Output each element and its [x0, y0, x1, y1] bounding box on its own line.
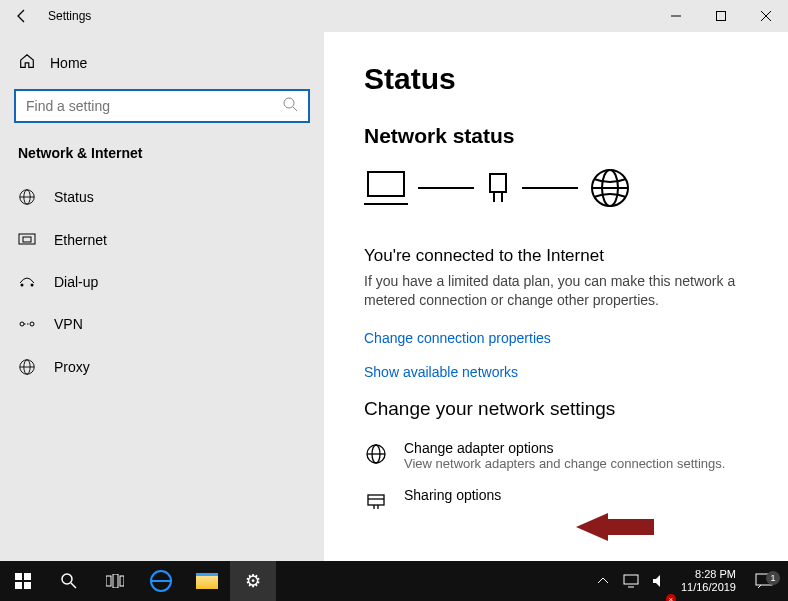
- sidebar-item-proxy[interactable]: Proxy: [0, 345, 324, 389]
- tray-overflow-button[interactable]: [589, 561, 617, 601]
- change-connection-properties-link[interactable]: Change connection properties: [364, 330, 764, 346]
- svg-rect-28: [368, 495, 384, 505]
- computer-icon: [364, 168, 408, 208]
- svg-point-37: [62, 574, 72, 584]
- sidebar-item-label: Proxy: [54, 359, 90, 375]
- action-center-button[interactable]: 1: [744, 573, 784, 589]
- folder-icon: [196, 573, 218, 589]
- page-title: Status: [364, 62, 764, 96]
- minimize-button[interactable]: [653, 0, 698, 32]
- connection-status-desc: If you have a limited data plan, you can…: [364, 272, 744, 310]
- sidebar-item-label: VPN: [54, 316, 83, 332]
- svg-rect-35: [15, 582, 22, 589]
- network-status-heading: Network status: [364, 124, 764, 148]
- router-icon: [484, 168, 512, 208]
- taskbar-clock[interactable]: 8:28 PM 11/16/2019: [673, 568, 744, 593]
- close-button[interactable]: [743, 0, 788, 32]
- sidebar-item-ethernet[interactable]: Ethernet: [0, 219, 324, 261]
- internet-explorer-taskbar[interactable]: [138, 561, 184, 601]
- svg-rect-42: [624, 575, 638, 584]
- sidebar-item-dialup[interactable]: Dial-up: [0, 261, 324, 303]
- maximize-button[interactable]: [698, 0, 743, 32]
- sidebar: Home Network & Internet Status Ethernet …: [0, 32, 324, 561]
- svg-line-38: [71, 583, 76, 588]
- search-box[interactable]: [14, 89, 310, 123]
- taskbar: ⚙ 8:28 PM 11/16/2019 1: [0, 561, 788, 601]
- svg-rect-33: [15, 573, 22, 580]
- adapter-option-desc: View network adapters and change connect…: [404, 456, 725, 471]
- search-taskbar-button[interactable]: [46, 561, 92, 601]
- svg-point-10: [31, 284, 34, 287]
- content-pane: Status Network status You're connected t…: [324, 32, 788, 561]
- sharing-option[interactable]: Sharing options: [364, 487, 764, 517]
- sharing-icon: [364, 487, 388, 517]
- svg-rect-36: [24, 582, 31, 589]
- internet-globe-icon: [588, 166, 632, 210]
- globe-icon: [18, 358, 36, 376]
- window-title: Settings: [44, 9, 653, 23]
- start-button[interactable]: [0, 561, 46, 601]
- gear-icon: ⚙: [245, 570, 261, 592]
- svg-line-3: [293, 107, 297, 111]
- svg-point-12: [30, 322, 34, 326]
- sidebar-item-label: Status: [54, 189, 94, 205]
- svg-rect-17: [368, 172, 404, 196]
- back-button[interactable]: [0, 0, 44, 32]
- svg-rect-34: [24, 573, 31, 580]
- sidebar-item-status[interactable]: Status: [0, 175, 324, 219]
- file-explorer-taskbar[interactable]: [184, 561, 230, 601]
- home-nav[interactable]: Home: [0, 46, 324, 89]
- settings-taskbar[interactable]: ⚙: [230, 561, 276, 601]
- search-input[interactable]: [26, 98, 282, 114]
- category-heading: Network & Internet: [0, 145, 324, 175]
- sidebar-item-label: Ethernet: [54, 232, 107, 248]
- svg-rect-1: [716, 12, 725, 21]
- svg-marker-32: [576, 513, 654, 541]
- search-icon: [282, 96, 298, 116]
- clock-date: 11/16/2019: [681, 581, 736, 594]
- svg-marker-44: [653, 575, 660, 587]
- sidebar-item-vpn[interactable]: VPN: [0, 303, 324, 345]
- globe-icon: [18, 188, 36, 206]
- change-network-settings-heading: Change your network settings: [364, 398, 764, 420]
- svg-rect-40: [113, 574, 118, 588]
- dialup-icon: [18, 275, 36, 289]
- svg-rect-8: [23, 237, 31, 242]
- network-diagram: [364, 166, 764, 210]
- svg-point-11: [20, 322, 24, 326]
- home-icon: [18, 52, 36, 73]
- svg-rect-41: [120, 576, 124, 586]
- home-label: Home: [50, 55, 87, 71]
- vpn-icon: [18, 317, 36, 331]
- svg-rect-39: [106, 576, 111, 586]
- title-bar: Settings: [0, 0, 788, 32]
- adapter-option-title: Change adapter options: [404, 440, 725, 456]
- network-tray-icon[interactable]: [617, 561, 645, 601]
- sharing-option-title: Sharing options: [404, 487, 501, 503]
- svg-point-9: [21, 284, 24, 287]
- svg-point-2: [284, 98, 294, 108]
- show-available-networks-link[interactable]: Show available networks: [364, 364, 764, 380]
- ethernet-icon: [18, 233, 36, 247]
- task-view-button[interactable]: [92, 561, 138, 601]
- connection-status-title: You're connected to the Internet: [364, 246, 764, 266]
- clock-time: 8:28 PM: [681, 568, 736, 581]
- annotation-arrow: [576, 507, 656, 547]
- change-adapter-option[interactable]: Change adapter options View network adap…: [364, 440, 764, 471]
- adapter-icon: [364, 440, 388, 471]
- svg-rect-19: [490, 174, 506, 192]
- notification-badge: 1: [766, 571, 780, 585]
- sidebar-item-label: Dial-up: [54, 274, 98, 290]
- ie-icon: [150, 570, 172, 592]
- volume-tray-icon[interactable]: [645, 561, 673, 601]
